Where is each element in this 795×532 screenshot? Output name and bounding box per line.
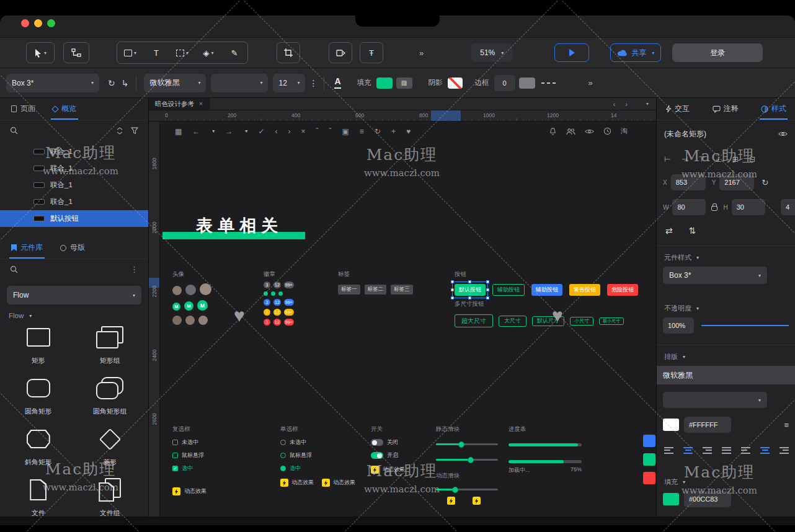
- chevron-down-icon[interactable]: ▾: [212, 128, 215, 134]
- static-slider[interactable]: [436, 443, 498, 445]
- preview-play-button[interactable]: [554, 43, 589, 62]
- tab-component-library[interactable]: 元件库: [11, 237, 43, 259]
- shadow-none-swatch[interactable]: [448, 78, 463, 89]
- border-style-button[interactable]: [541, 79, 556, 87]
- text-align-right-icon[interactable]: [703, 447, 712, 454]
- text-style-icon[interactable]: ≡: [784, 420, 789, 430]
- minimize-window-button[interactable]: [34, 19, 42, 27]
- frame-tool[interactable]: ▾: [169, 42, 195, 63]
- rectangle-tool[interactable]: ▾: [117, 42, 143, 63]
- horizontal-ruler[interactable]: 0 200 400 600 800 1000 1200 14: [149, 110, 656, 122]
- progress-bar-loading[interactable]: [509, 460, 582, 463]
- canvas-button-lg[interactable]: 大尺寸: [499, 316, 526, 327]
- badge[interactable]: 12: [273, 299, 281, 306]
- switch-on-item[interactable]: 开启: [371, 451, 405, 459]
- radio-item[interactable]: 未选中: [280, 438, 355, 446]
- canvas-button-xl[interactable]: 超大尺寸: [455, 314, 493, 327]
- layers-tool[interactable]: ◈▾: [195, 42, 221, 63]
- flip-horizontal-icon[interactable]: ⇄: [665, 226, 673, 236]
- text-align-justify-icon[interactable]: [722, 447, 731, 454]
- opacity-input[interactable]: 100%: [663, 317, 694, 334]
- tab-list-icon[interactable]: ▾: [646, 101, 649, 107]
- tag[interactable]: 标签二: [365, 285, 387, 295]
- tree-item[interactable]: 联合_1: [0, 143, 148, 160]
- border-color-swatch[interactable]: [519, 78, 535, 89]
- avatar-initial[interactable]: M: [197, 300, 208, 311]
- y-input[interactable]: 2167: [719, 174, 754, 190]
- font-family-select[interactable]: 微软雅黑 ▾: [144, 74, 206, 92]
- align-top-icon[interactable]: ⊤: [698, 155, 704, 164]
- avatar-initial[interactable]: M: [184, 301, 193, 311]
- login-button[interactable]: 登录: [672, 43, 763, 62]
- badge[interactable]: 12: [273, 309, 281, 316]
- opacity-section[interactable]: 不透明度 ▾: [664, 304, 699, 313]
- fullscreen-window-button[interactable]: [47, 19, 55, 27]
- tag[interactable]: 标签一: [338, 285, 360, 295]
- avatar[interactable]: [185, 285, 196, 295]
- tree-item-selected[interactable]: 默认按钮: [0, 210, 148, 227]
- tree-item[interactable]: 联合_1: [0, 193, 148, 210]
- kit-group-header[interactable]: Flow ▾: [9, 312, 148, 319]
- clipped-input[interactable]: 4: [781, 199, 795, 215]
- radio-item[interactable]: 鼠标悬浮: [280, 451, 355, 459]
- align-left-icon[interactable]: ⊢: [664, 155, 670, 164]
- canvas-button-info[interactable]: 辅助按钮: [531, 284, 562, 296]
- panel-font-family-select[interactable]: 微软雅黑: [657, 366, 795, 384]
- refresh-icon[interactable]: ↻: [375, 127, 381, 136]
- tree-item[interactable]: 联合_1: [0, 177, 148, 193]
- connector-tool[interactable]: [63, 42, 89, 63]
- close-icon[interactable]: ×: [301, 127, 305, 136]
- avatar-initial[interactable]: M: [172, 303, 180, 311]
- insert-image-tool[interactable]: [329, 42, 352, 63]
- dynamic-slider[interactable]: [436, 489, 498, 490]
- checkbox-item[interactable]: 未选中: [172, 438, 207, 446]
- badge[interactable]: 99+: [284, 282, 294, 288]
- badge[interactable]: 12: [273, 319, 281, 326]
- static-slider[interactable]: [436, 459, 498, 461]
- canvas-button-warning[interactable]: 警告按钮: [569, 284, 600, 296]
- x-input[interactable]: 853: [671, 174, 706, 190]
- font-color-swatch[interactable]: [663, 419, 679, 431]
- close-window-button[interactable]: [21, 19, 29, 27]
- avatar[interactable]: [185, 316, 195, 325]
- tab-style[interactable]: 样式: [761, 98, 786, 120]
- typography-section[interactable]: 排版 ▾: [664, 352, 685, 361]
- bell-icon[interactable]: [549, 127, 557, 135]
- slider-knob[interactable]: [468, 457, 474, 463]
- font-size-select[interactable]: 12 ▾: [273, 74, 305, 92]
- forward-icon[interactable]: ›: [288, 127, 290, 136]
- font-color-input[interactable]: #FFFFFF: [684, 417, 731, 433]
- tree-item[interactable]: 联合_1: [0, 160, 148, 177]
- progress-bar[interactable]: [509, 443, 582, 446]
- share-button[interactable]: 共享 ▾: [610, 43, 661, 62]
- back-icon[interactable]: ‹: [275, 127, 277, 136]
- radio-fx-row[interactable]: 动态效果 动态效果: [280, 479, 355, 487]
- text-color-button[interactable]: A: [334, 77, 340, 88]
- badge[interactable]: 12: [273, 282, 281, 288]
- next-tab-icon[interactable]: ›: [625, 100, 628, 108]
- chevron-down-icon[interactable]: ▾: [245, 128, 247, 134]
- selection-box[interactable]: 默认按钮: [455, 284, 486, 296]
- fit-view-icon[interactable]: ▣: [342, 127, 349, 136]
- component-file[interactable]: 文件: [30, 477, 47, 516]
- avatar[interactable]: [172, 286, 182, 295]
- widget-style-section[interactable]: 元件样式 ▾: [664, 253, 699, 262]
- update-style-icon[interactable]: ↻: [108, 78, 115, 88]
- component-file-group[interactable]: 文件组: [99, 477, 121, 516]
- fill-section[interactable]: 填充 ▾: [664, 477, 685, 487]
- up-icon[interactable]: ˆ: [316, 127, 318, 136]
- canvas-button-danger[interactable]: 危险按钮: [607, 284, 638, 296]
- add-icon[interactable]: +: [391, 127, 396, 136]
- typography-tool[interactable]: Ŧ: [360, 42, 383, 63]
- vertical-ruler[interactable]: 1800 2000 2200 2400 2600: [149, 122, 160, 516]
- slider-knob[interactable]: [452, 487, 458, 493]
- checkbox-fx-item[interactable]: 动态效果: [172, 487, 207, 495]
- component-rectangle[interactable]: 矩形: [27, 324, 50, 365]
- canvas-button-xs[interactable]: 极小尺寸: [599, 317, 624, 325]
- undo-icon[interactable]: ←: [192, 127, 200, 136]
- badge[interactable]: 99+: [284, 309, 294, 316]
- eye-icon[interactable]: [585, 128, 594, 135]
- switch-fx-item[interactable]: 动态效果: [371, 466, 405, 474]
- badge[interactable]: 3: [264, 282, 270, 288]
- text-align-left-icon[interactable]: [664, 447, 673, 454]
